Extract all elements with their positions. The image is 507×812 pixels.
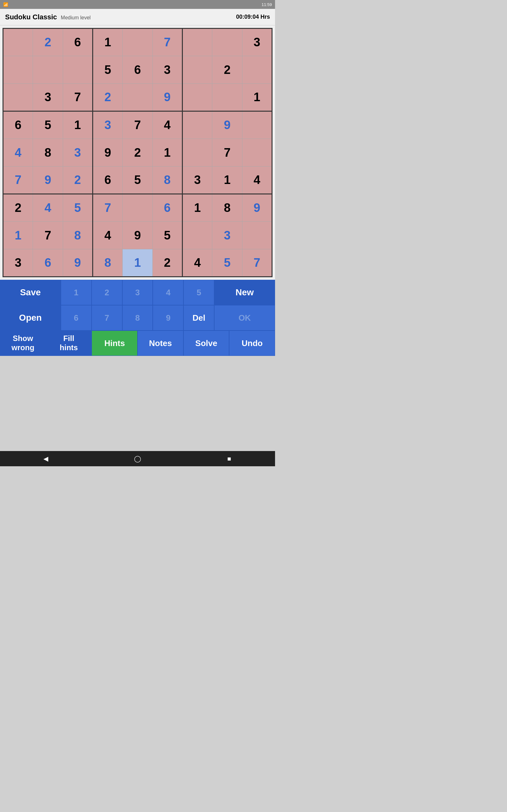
num-5-button[interactable]: 5: [183, 280, 214, 305]
num-2-button[interactable]: 2: [92, 280, 122, 305]
cell-0-1[interactable]: 2: [33, 29, 63, 56]
cell-4-2[interactable]: 3: [63, 139, 93, 166]
cell-2-8[interactable]: 1: [242, 84, 272, 111]
cell-2-6[interactable]: [182, 84, 212, 111]
cell-5-3[interactable]: 6: [93, 166, 122, 194]
cell-0-2[interactable]: 6: [63, 29, 93, 56]
cell-6-6[interactable]: 1: [182, 194, 212, 222]
cell-1-1[interactable]: [33, 56, 63, 84]
cell-5-8[interactable]: 4: [242, 166, 272, 194]
cell-4-7[interactable]: 7: [212, 139, 242, 166]
cell-2-5[interactable]: 9: [153, 84, 182, 111]
cell-6-5[interactable]: 6: [153, 194, 182, 222]
cell-4-5[interactable]: 1: [153, 139, 182, 166]
cell-6-0[interactable]: 2: [3, 194, 33, 222]
num-3-button[interactable]: 3: [122, 280, 153, 305]
undo-button[interactable]: Undo: [229, 331, 275, 356]
cell-4-8[interactable]: [242, 139, 272, 166]
cell-8-6[interactable]: 4: [182, 249, 212, 277]
cell-4-3[interactable]: 9: [93, 139, 122, 166]
cell-6-4[interactable]: [123, 194, 153, 222]
cell-0-7[interactable]: [212, 29, 242, 56]
cell-3-3[interactable]: 3: [93, 111, 122, 139]
cell-6-1[interactable]: 4: [33, 194, 63, 222]
cell-1-2[interactable]: [63, 56, 93, 84]
cell-5-5[interactable]: 8: [153, 166, 182, 194]
cell-8-3[interactable]: 8: [93, 249, 122, 277]
cell-7-4[interactable]: 9: [123, 222, 153, 249]
cell-6-8[interactable]: 9: [242, 194, 272, 222]
cell-7-0[interactable]: 1: [3, 222, 33, 249]
num-1-button[interactable]: 1: [61, 280, 92, 305]
cell-8-2[interactable]: 9: [63, 249, 93, 277]
num-4-button[interactable]: 4: [153, 280, 183, 305]
cell-4-0[interactable]: 4: [3, 139, 33, 166]
cell-5-0[interactable]: 7: [3, 166, 33, 194]
solve-button[interactable]: Solve: [183, 331, 229, 356]
hints-button[interactable]: Hints: [92, 331, 137, 356]
show-wrong-button[interactable]: Showwrong: [0, 331, 46, 356]
num-6-button[interactable]: 6: [61, 305, 92, 331]
cell-7-3[interactable]: 4: [93, 222, 122, 249]
cell-6-3[interactable]: 7: [93, 194, 122, 222]
cell-0-0[interactable]: [3, 29, 33, 56]
cell-2-3[interactable]: 2: [93, 84, 122, 111]
cell-8-5[interactable]: 2: [153, 249, 182, 277]
cell-7-7[interactable]: 3: [212, 222, 242, 249]
cell-2-7[interactable]: [212, 84, 242, 111]
cell-0-8[interactable]: 3: [242, 29, 272, 56]
cell-4-1[interactable]: 8: [33, 139, 63, 166]
cell-8-0[interactable]: 3: [3, 249, 33, 277]
new-button[interactable]: New: [214, 280, 275, 305]
cell-4-6[interactable]: [182, 139, 212, 166]
num-8-button[interactable]: 8: [122, 305, 153, 331]
cell-8-1[interactable]: 6: [33, 249, 63, 277]
cell-5-4[interactable]: 5: [123, 166, 153, 194]
cell-1-5[interactable]: 3: [153, 56, 182, 84]
cell-1-8[interactable]: [242, 56, 272, 84]
cell-4-4[interactable]: 2: [123, 139, 153, 166]
notes-button[interactable]: Notes: [137, 331, 183, 356]
ok-button[interactable]: OK: [214, 305, 275, 331]
cell-0-6[interactable]: [182, 29, 212, 56]
cell-5-2[interactable]: 2: [63, 166, 93, 194]
cell-0-3[interactable]: 1: [93, 29, 122, 56]
cell-8-7[interactable]: 5: [212, 249, 242, 277]
cell-3-4[interactable]: 7: [123, 111, 153, 139]
cell-7-2[interactable]: 8: [63, 222, 93, 249]
cell-6-2[interactable]: 5: [63, 194, 93, 222]
cell-1-0[interactable]: [3, 56, 33, 84]
cell-3-8[interactable]: [242, 111, 272, 139]
num-9-button[interactable]: 9: [153, 305, 183, 331]
cell-2-2[interactable]: 7: [63, 84, 93, 111]
cell-8-4[interactable]: 1: [123, 249, 153, 277]
fill-hints-button[interactable]: Fillhints: [46, 331, 92, 356]
cell-5-7[interactable]: 1: [212, 166, 242, 194]
cell-0-5[interactable]: 7: [153, 29, 182, 56]
cell-3-6[interactable]: [182, 111, 212, 139]
open-button[interactable]: Open: [0, 305, 61, 331]
cell-7-6[interactable]: [182, 222, 212, 249]
save-button[interactable]: Save: [0, 280, 61, 305]
back-button[interactable]: ◀: [41, 454, 51, 463]
home-button[interactable]: ◯: [133, 454, 142, 463]
del-button[interactable]: Del: [183, 305, 214, 331]
cell-7-1[interactable]: 7: [33, 222, 63, 249]
cell-8-8[interactable]: 7: [242, 249, 272, 277]
cell-6-7[interactable]: 8: [212, 194, 242, 222]
cell-5-6[interactable]: 3: [182, 166, 212, 194]
cell-3-2[interactable]: 1: [63, 111, 93, 139]
cell-3-5[interactable]: 4: [153, 111, 182, 139]
cell-2-1[interactable]: 3: [33, 84, 63, 111]
cell-7-8[interactable]: [242, 222, 272, 249]
cell-1-4[interactable]: 6: [123, 56, 153, 84]
num-7-button[interactable]: 7: [92, 305, 122, 331]
cell-1-6[interactable]: [182, 56, 212, 84]
cell-2-4[interactable]: [123, 84, 153, 111]
cell-2-0[interactable]: [3, 84, 33, 111]
cell-3-7[interactable]: 9: [212, 111, 242, 139]
cell-0-4[interactable]: [123, 29, 153, 56]
cell-3-1[interactable]: 5: [33, 111, 63, 139]
cell-1-3[interactable]: 5: [93, 56, 122, 84]
cell-5-1[interactable]: 9: [33, 166, 63, 194]
